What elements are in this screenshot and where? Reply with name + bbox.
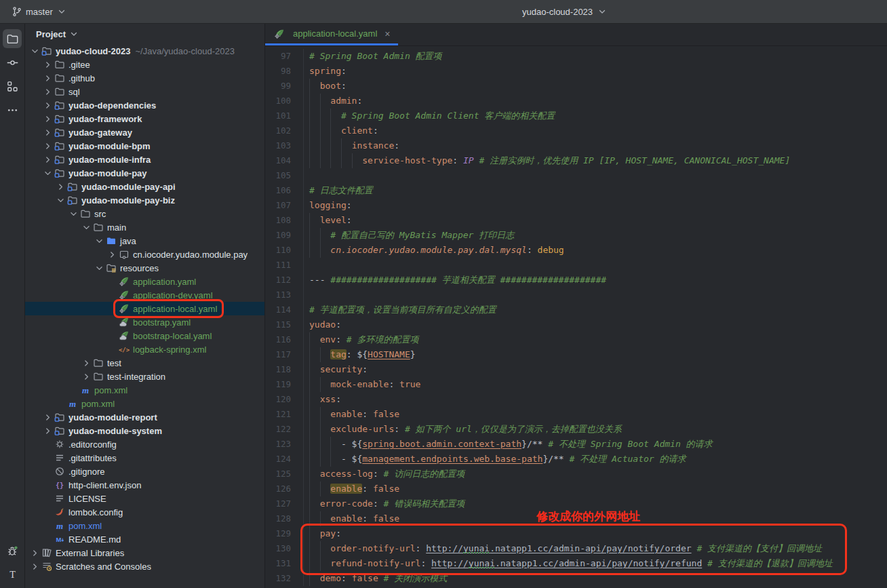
tree-row-pom.xml[interactable]: mpom.xml	[25, 397, 264, 410]
code-line-122[interactable]: 122 exclude-urls: # 如下两个 url，仅仅是为了演示，去掉配…	[265, 422, 887, 437]
tree-row-test-integration[interactable]: test-integration	[25, 370, 264, 383]
code-line-130[interactable]: 130 order-notify-url: http://yunai.natap…	[265, 541, 887, 556]
tree-row-application-local.yaml[interactable]: application-local.yaml	[25, 302, 264, 315]
tab-application-local-yaml[interactable]: application-local.yaml ×	[265, 24, 398, 45]
tree-row-yudao-module-pay-biz[interactable]: yudao-module-pay-biz	[25, 193, 264, 207]
project-selector[interactable]: yudao-cloud-2023	[522, 0, 608, 23]
stripe-t-tool-button[interactable]: T	[3, 565, 22, 584]
code-line-124[interactable]: 124 - ${management.endpoints.web.base-pa…	[265, 452, 887, 467]
chevron-right-icon[interactable]	[42, 100, 54, 111]
chevron-right-icon[interactable]	[42, 155, 54, 165]
tree-row-yudao-dependencies[interactable]: yudao-dependencies	[25, 98, 264, 112]
project-panel-header[interactable]: Project	[25, 24, 264, 44]
tree-row-.editorconfig[interactable]: .editorconfig	[25, 437, 264, 451]
stripe-structure-button[interactable]	[3, 77, 22, 96]
tree-row-yudao-module-report[interactable]: yudao-module-report	[25, 410, 264, 424]
chevron-right-icon[interactable]	[42, 412, 54, 423]
chevron-down-icon[interactable]	[94, 236, 105, 246]
code-line-125[interactable]: 125 access-log: # 访问日志的配置项	[265, 467, 887, 482]
code-line-121[interactable]: 121 enable: false	[265, 407, 887, 422]
code-line-100[interactable]: 100 admin:	[265, 94, 887, 109]
chevron-right-icon[interactable]	[81, 372, 92, 382]
code-line-131[interactable]: 131 refund-notify-url: http://yunai.nata…	[265, 556, 887, 571]
chevron-down-icon[interactable]	[94, 263, 105, 273]
code-line-105[interactable]: 105	[265, 168, 887, 183]
code-line-120[interactable]: 120 xss:	[265, 392, 887, 407]
tree-row-yudao-module-system[interactable]: yudao-module-system	[25, 424, 264, 437]
tree-row-pom.xml[interactable]: mpom.xml	[25, 519, 264, 532]
tree-row-bootstrap-local.yaml[interactable]: bootstrap-local.yaml	[25, 329, 264, 342]
code-line-112[interactable]: 112--- #################### 芋道相关配置 #####…	[265, 273, 887, 288]
chevron-down-icon[interactable]	[55, 195, 66, 205]
chevron-right-icon[interactable]	[42, 73, 54, 83]
code-editor[interactable]: 97# Spring Boot Admin 配置项98spring:99 boo…	[265, 46, 887, 588]
tree-row-http-client.env.json[interactable]: {}http-client.env.json	[25, 478, 264, 492]
stripe-debug-bug-button[interactable]	[3, 541, 22, 560]
tree-row-scratches-and-consoles[interactable]: Scratches and Consoles	[25, 560, 264, 573]
code-line-107[interactable]: 107logging:	[265, 198, 887, 213]
code-line-109[interactable]: 109 # 配置自己写的 MyBatis Mapper 打印日志	[265, 228, 887, 243]
code-line-129[interactable]: 129 pay:	[265, 526, 887, 541]
chevron-right-icon[interactable]	[42, 60, 54, 70]
code-line-99[interactable]: 99 boot:	[265, 79, 887, 94]
chevron-right-icon[interactable]	[42, 114, 54, 124]
tree-row-yudao-module-bpm[interactable]: yudao-module-bpm	[25, 139, 264, 153]
code-line-101[interactable]: 101 # Spring Boot Admin Client 客户端的相关配置	[265, 109, 887, 123]
code-line-119[interactable]: 119 mock-enable: true	[265, 377, 887, 392]
chevron-right-icon[interactable]	[55, 182, 66, 192]
tree-row-.gitee[interactable]: .gitee	[25, 58, 264, 71]
code-line-116[interactable]: 116 env: # 多环境的配置项	[265, 332, 887, 347]
tree-row-yudao-module-pay[interactable]: yudao-module-pay	[25, 166, 264, 180]
stripe-project-folder-button[interactable]	[3, 29, 22, 48]
chevron-right-icon[interactable]	[42, 141, 54, 151]
code-line-103[interactable]: 103 instance:	[265, 138, 887, 153]
tree-row-yudao-framework[interactable]: yudao-framework	[25, 112, 264, 125]
tree-row-.gitignore[interactable]: .gitignore	[25, 465, 264, 478]
code-line-117[interactable]: 117 tag: ${HOSTNAME}	[265, 347, 887, 362]
code-line-127[interactable]: 127 error-code: # 错误码相关配置项	[265, 496, 887, 511]
chevron-right-icon[interactable]	[29, 548, 41, 558]
tree-row-yudao-module-infra[interactable]: yudao-module-infra	[25, 153, 264, 166]
tree-row-test[interactable]: test	[25, 356, 264, 370]
tree-row-license[interactable]: LICENSE	[25, 492, 264, 505]
tree-row-yudao-cloud-2023[interactable]: yudao-cloud-2023~/Java/yudao-cloud-2023	[25, 44, 264, 58]
chevron-down-icon[interactable]	[81, 222, 92, 233]
code-line-98[interactable]: 98spring:	[265, 64, 887, 79]
code-line-108[interactable]: 108 level:	[265, 213, 887, 228]
chevron-right-icon[interactable]	[29, 562, 41, 572]
code-line-97[interactable]: 97# Spring Boot Admin 配置项	[265, 49, 887, 64]
tree-row-external-libraries[interactable]: External Libraries	[25, 546, 264, 560]
code-line-132[interactable]: 132 demo: false # 关闭演示模式	[265, 571, 887, 586]
code-line-113[interactable]: 113	[265, 288, 887, 302]
tree-row-lombok.config[interactable]: lombok.config	[25, 505, 264, 519]
chevron-right-icon[interactable]	[42, 128, 54, 138]
code-line-110[interactable]: 110 cn.iocoder.yudao.module.pay.dal.mysq…	[265, 243, 887, 258]
tree-row-.gitattributes[interactable]: .gitattributes	[25, 451, 264, 465]
tree-row-.github[interactable]: .github	[25, 71, 264, 85]
code-line-102[interactable]: 102 client:	[265, 123, 887, 138]
chevron-down-icon[interactable]	[42, 168, 54, 178]
chevron-right-icon[interactable]	[81, 358, 92, 368]
tree-row-cn.iocoder.yudao.module.pay[interactable]: cn.iocoder.yudao.module.pay	[25, 248, 264, 261]
code-line-111[interactable]: 111	[265, 258, 887, 273]
tree-row-src[interactable]: src	[25, 207, 264, 220]
tree-row-readme.md[interactable]: MREADME.md	[25, 532, 264, 546]
chevron-right-icon[interactable]	[106, 250, 118, 260]
chevron-right-icon[interactable]	[42, 87, 54, 97]
code-line-106[interactable]: 106# 日志文件配置	[265, 183, 887, 198]
tree-row-bootstrap.yaml[interactable]: bootstrap.yaml	[25, 315, 264, 329]
tree-row-main[interactable]: main	[25, 220, 264, 234]
tree-row-java[interactable]: java	[25, 234, 264, 248]
tree-row-logback-spring.xml[interactable]: </>logback-spring.xml	[25, 342, 264, 356]
code-line-114[interactable]: 114# 芋道配置项，设置当前项目所有自定义的配置	[265, 302, 887, 317]
code-line-126[interactable]: 126 enable: false	[265, 482, 887, 496]
chevron-down-icon[interactable]	[68, 209, 79, 219]
tree-row-sql[interactable]: sql	[25, 85, 264, 98]
code-line-128[interactable]: 128 enable: false	[265, 511, 887, 526]
stripe-more-tools-button[interactable]	[3, 100, 22, 119]
chevron-down-icon[interactable]	[29, 46, 41, 56]
tree-row-application.yaml[interactable]: application.yaml	[25, 275, 264, 288]
tree-row-yudao-gateway[interactable]: yudao-gateway	[25, 125, 264, 139]
chevron-right-icon[interactable]	[42, 426, 54, 436]
close-icon[interactable]: ×	[385, 28, 390, 39]
